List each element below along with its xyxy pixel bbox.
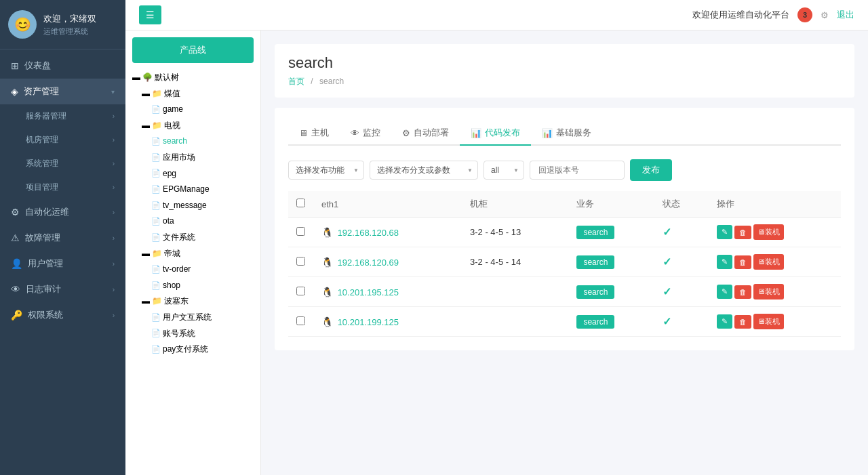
page-card: 🖥 主机 👁 监控 ⚙ 自动部署 📊 代码发布 xyxy=(275,108,854,350)
tree-node-pay[interactable]: 📄 pay支付系统 xyxy=(151,342,254,358)
asset-icon: ◈ xyxy=(11,86,18,97)
settings-icon: ⚙ xyxy=(821,10,829,20)
branch-select[interactable]: 选择发布分支或参数 xyxy=(370,161,478,180)
deploy-button-0[interactable]: 🖥装机 xyxy=(753,224,784,240)
ip-link-3[interactable]: 10.201.199.125 xyxy=(338,317,399,327)
tree-node-dicheng[interactable]: ▬ 📁 帝城 xyxy=(142,246,254,262)
ip-link-1[interactable]: 192.168.120.69 xyxy=(338,257,399,268)
row-ip-2: 🐧 10.201.195.125 xyxy=(313,277,462,307)
tree-node-usersys[interactable]: 📄 用户文互系统 xyxy=(151,310,254,326)
delete-button-0[interactable]: 🗑 xyxy=(734,226,751,239)
breadcrumb-home[interactable]: 首页 xyxy=(288,77,304,86)
tree-node-game[interactable]: 📄 game xyxy=(151,102,254,118)
product-line-button[interactable]: 产品线 xyxy=(132,37,254,63)
base-service-icon: 📊 xyxy=(542,128,553,138)
sidebar-item-fault[interactable]: ⚠ 故障管理 › xyxy=(0,225,125,251)
row-checkbox-1[interactable] xyxy=(296,257,305,266)
tab-host[interactable]: 🖥 主机 xyxy=(288,121,340,146)
deploy-button-2[interactable]: 🖥装机 xyxy=(753,284,784,300)
sidebar-subitem-server[interactable]: 服务器管理 › xyxy=(0,104,125,128)
ip-link-2[interactable]: 10.201.195.125 xyxy=(338,287,399,297)
tree-node-account[interactable]: 📄 账号系统 xyxy=(151,326,254,342)
file-icon: 📄 xyxy=(151,311,161,325)
edit-button-0[interactable]: ✎ xyxy=(717,225,732,239)
deploy-button-1[interactable]: 🖥装机 xyxy=(753,254,784,270)
expand-icon: ▬ xyxy=(142,87,150,102)
sidebar-item-asset[interactable]: ◈ 资产管理 ▾ xyxy=(0,79,125,104)
tab-base-service[interactable]: 📊 基础服务 xyxy=(531,121,602,146)
select-all-checkbox[interactable] xyxy=(296,199,305,207)
col-service: 业务 xyxy=(568,191,654,218)
row-status-1: ✓ xyxy=(654,247,708,277)
sidebar-subitem-system[interactable]: 系统管理 › xyxy=(0,152,125,175)
deploy-button-3[interactable]: 🖥装机 xyxy=(753,314,784,329)
tab-code-publish[interactable]: 📊 代码发布 xyxy=(460,121,531,146)
logout-link[interactable]: 退出 xyxy=(837,9,854,21)
tab-auto-deploy[interactable]: ⚙ 自动部署 xyxy=(391,121,460,146)
folder-icon: 📁 xyxy=(152,247,162,262)
tree-node-poseidong[interactable]: ▬ 📁 波塞东 xyxy=(142,293,254,310)
delete-button-3[interactable]: 🗑 xyxy=(734,315,751,329)
col-checkbox xyxy=(288,191,313,218)
sidebar-item-perm[interactable]: 🔑 权限系统 › xyxy=(0,302,125,328)
row-ip-1: 🐧 192.168.120.69 xyxy=(313,247,462,277)
delete-button-1[interactable]: 🗑 xyxy=(734,255,751,269)
row-cabinet-1: 3-2 - 4-5 - 14 xyxy=(462,247,568,277)
folder-icon: 📁 xyxy=(152,294,162,309)
topbar-right: 欢迎使用运维自动化平台 3 ⚙ 退出 xyxy=(692,7,854,22)
row-checkbox-2[interactable] xyxy=(296,287,305,295)
ip-link-0[interactable]: 192.168.120.68 xyxy=(338,228,399,238)
row-actions-3: ✎ 🗑 🖥装机 xyxy=(709,307,841,337)
log-icon: 👁 xyxy=(11,284,20,295)
sidebar-item-ops[interactable]: ⚙ 自动化运维 › xyxy=(0,199,125,225)
row-cabinet-0: 3-2 - 4-5 - 13 xyxy=(462,218,568,247)
sidebar-item-user[interactable]: 👤 用户管理 › xyxy=(0,251,125,276)
file-icon: 📄 xyxy=(151,135,161,148)
sidebar-item-log[interactable]: 👁 日志审计 › xyxy=(0,276,125,302)
node-expand-icon: ▬ xyxy=(132,70,140,85)
file-icon: 📄 xyxy=(151,215,161,228)
tree-node-epgmanage[interactable]: 📄 EPGManage xyxy=(151,182,254,198)
row-actions-1: ✎ 🗑 🖥装机 xyxy=(709,247,841,277)
tree-node-epg[interactable]: 📄 epg xyxy=(151,166,254,182)
user-icon: 👤 xyxy=(11,258,22,269)
function-select[interactable]: 选择发布功能 xyxy=(288,161,364,180)
delete-button-2[interactable]: 🗑 xyxy=(734,285,751,299)
tree-node-appstore[interactable]: 📄 应用市场 xyxy=(151,150,254,166)
edit-button-1[interactable]: ✎ xyxy=(717,255,732,269)
tree-node-default[interactable]: ▬ 🌳 默认树 xyxy=(132,70,254,86)
row-checkbox-0[interactable] xyxy=(296,227,305,236)
file-icon: 📄 xyxy=(151,151,161,165)
tree-node-search[interactable]: 📄 search xyxy=(151,133,254,150)
notification-badge[interactable]: 3 xyxy=(797,7,812,22)
menu-toggle-button[interactable]: ☰ xyxy=(139,5,161,24)
row-service-2: search xyxy=(568,277,654,307)
tab-monitor[interactable]: 👁 监控 xyxy=(340,121,391,146)
chevron-icon: › xyxy=(113,260,115,268)
sidebar-subitem-project[interactable]: 项目管理 › xyxy=(0,175,125,199)
version-input[interactable] xyxy=(530,161,625,180)
row-service-1: search xyxy=(568,247,654,277)
tree-node-tvorder[interactable]: 📄 tv-order xyxy=(151,262,254,278)
service-badge-0: search xyxy=(576,226,614,239)
tree-node-ota[interactable]: 📄 ota xyxy=(151,213,254,230)
col-cabinet: 机柜 xyxy=(462,191,568,218)
tree-node-shop[interactable]: 📄 shop xyxy=(151,278,254,294)
tree-node-tvmsg[interactable]: 📄 tv_message xyxy=(151,198,254,214)
row-ip-3: 🐧 10.201.199.125 xyxy=(313,307,462,337)
edit-button-2[interactable]: ✎ xyxy=(717,285,732,299)
edit-button-3[interactable]: ✎ xyxy=(717,314,732,329)
main-area: ☰ 欢迎使用运维自动化平台 3 ⚙ 退出 产品线 ▬ 🌳 默认树 xyxy=(125,0,868,475)
sidebar-subitem-idc[interactable]: 机房管理 › xyxy=(0,128,125,152)
tree-node-meizhi[interactable]: ▬ 📁 煤值 xyxy=(142,86,254,102)
all-select[interactable]: all xyxy=(484,161,524,180)
status-check-1: ✓ xyxy=(663,256,671,268)
row-service-0: search xyxy=(568,218,654,247)
publish-button[interactable]: 发布 xyxy=(630,159,672,181)
row-actions-0: ✎ 🗑 🖥装机 xyxy=(709,218,841,247)
tree-node-tv[interactable]: ▬ 📁 电视 xyxy=(142,118,254,134)
sidebar-header: 😊 欢迎，宋绪双 运维管理系统 xyxy=(0,0,125,49)
sidebar-item-dashboard[interactable]: ⊞ 仪表盘 xyxy=(0,53,125,79)
tree-node-filesystem[interactable]: 📄 文件系统 xyxy=(151,230,254,246)
row-checkbox-3[interactable] xyxy=(296,316,305,325)
